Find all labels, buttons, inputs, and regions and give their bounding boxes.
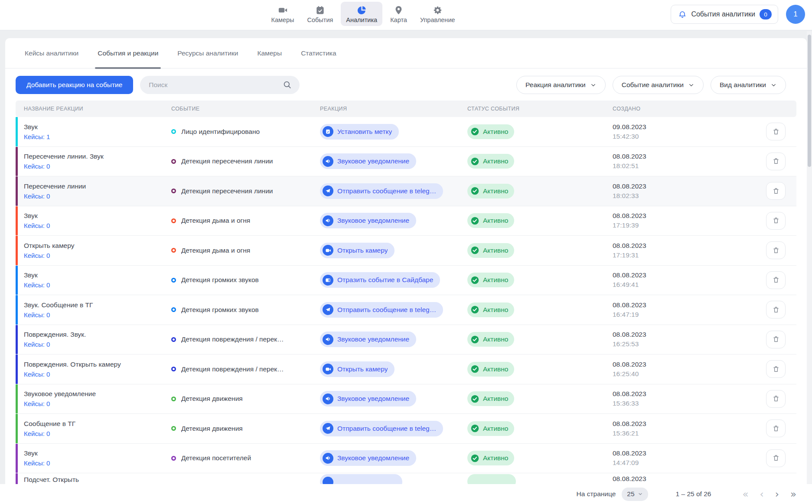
- delete-button[interactable]: [766, 301, 786, 319]
- status-badge: Активно: [467, 154, 514, 169]
- reaction-pill[interactable]: Звуковое уведомление: [320, 153, 416, 169]
- cases-link[interactable]: Кейсы: 0: [24, 163, 50, 170]
- delete-button[interactable]: [766, 182, 786, 200]
- cases-link[interactable]: Кейсы: 0: [24, 192, 50, 200]
- filter-analytics-type-dropdown[interactable]: Вид аналитики: [711, 76, 786, 94]
- column-header-status: СТАТУС СОБЫТИЯ: [467, 106, 613, 112]
- nav-item-events[interactable]: События: [302, 2, 338, 26]
- nav-item-map[interactable]: Карта: [385, 2, 412, 26]
- reaction-pill[interactable]: Установить метку: [320, 124, 399, 140]
- nav-item-management[interactable]: Управление: [415, 2, 460, 26]
- avatar[interactable]: 1: [786, 5, 805, 24]
- tab-analytics-resources[interactable]: Ресурсы аналитики: [177, 38, 238, 68]
- delete-button[interactable]: [766, 212, 786, 230]
- created-date: 08.08.2023: [613, 182, 712, 190]
- column-header-created: СОЗДАНО: [613, 106, 712, 112]
- reaction-pill[interactable]: Звуковое уведомление: [320, 332, 416, 347]
- check-circle-icon: [470, 216, 479, 225]
- tab-statistics[interactable]: Статистика: [301, 38, 336, 68]
- check-circle-icon: [470, 394, 479, 403]
- row-color-bar: [16, 147, 18, 176]
- add-reaction-button[interactable]: Добавить реакцию на событие: [16, 76, 133, 94]
- cases-link[interactable]: Кейсы: 0: [24, 311, 50, 319]
- last-page-button[interactable]: »: [790, 489, 796, 499]
- reaction-name: Пересечение линии: [24, 182, 171, 190]
- reaction-pill[interactable]: Отправить сообщение в teleg…: [320, 302, 443, 318]
- event-type-ring-icon: [171, 159, 176, 164]
- delete-button[interactable]: [766, 241, 786, 259]
- cases-link[interactable]: Кейсы: 0: [24, 252, 50, 259]
- check-circle-icon: [470, 335, 479, 344]
- created-date: 08.08.2023: [613, 212, 712, 220]
- delete-button[interactable]: [766, 271, 786, 289]
- reaction-pill[interactable]: Отправить сообщение в teleg…: [320, 183, 443, 199]
- cases-link[interactable]: Кейсы: 0: [24, 341, 50, 348]
- camera-icon: [323, 364, 333, 374]
- trash-icon: [772, 395, 780, 403]
- cases-link[interactable]: Кейсы: 0: [24, 400, 50, 407]
- pagination-bar: На странице 25 1 – 25 of 26 « ‹ › »: [0, 484, 812, 504]
- cases-link[interactable]: Кейсы: 0: [24, 281, 50, 289]
- reaction-pill[interactable]: Отразить событие в Сайдбаре: [320, 272, 440, 288]
- cases-link[interactable]: Кейсы: 1: [24, 133, 50, 140]
- trash-icon: [772, 247, 780, 254]
- speaker-icon: [323, 215, 333, 226]
- scrollbar-thumb[interactable]: [808, 35, 811, 167]
- previous-page-button[interactable]: ‹: [760, 489, 764, 499]
- nav-item-analytics[interactable]: Аналитика: [341, 2, 382, 26]
- cases-link[interactable]: Кейсы: 0: [24, 459, 50, 467]
- table-row: Звук Кейсы: 1 Лицо идентифицировано Уста…: [16, 117, 796, 147]
- trash-icon: [772, 335, 780, 343]
- reaction-label: Звуковое уведомление: [337, 395, 409, 403]
- table-header: НАЗВАНИЕ РЕАКЦИИ СОБЫТИЕ РЕАКЦИЯ СТАТУС …: [16, 101, 796, 117]
- created-date: 08.08.2023: [613, 301, 712, 309]
- filter-event-dropdown[interactable]: Событие аналитики: [613, 76, 704, 94]
- page-size-dropdown[interactable]: 25: [622, 488, 648, 501]
- reaction-pill[interactable]: Открыть камеру: [320, 361, 395, 377]
- delete-button[interactable]: [766, 419, 786, 437]
- reaction-name: Повреждения. Звук.: [24, 331, 171, 338]
- section-tabs: Кейсы аналитики События и реакции Ресурс…: [5, 38, 807, 68]
- cases-link[interactable]: Кейсы: 0: [24, 371, 50, 378]
- delete-button[interactable]: [766, 153, 786, 170]
- reaction-label: Звуковое уведомление: [337, 335, 409, 343]
- vertical-scrollbar[interactable]: [807, 31, 812, 504]
- delete-button[interactable]: [766, 123, 786, 140]
- row-color-bar: [16, 354, 18, 384]
- delete-button[interactable]: [766, 331, 786, 348]
- row-color-bar: [16, 444, 18, 473]
- trash-icon: [772, 157, 780, 165]
- delete-button[interactable]: [766, 360, 786, 378]
- next-page-button[interactable]: ›: [775, 489, 779, 499]
- filter-reaction-dropdown[interactable]: Реакция аналитики: [516, 76, 606, 94]
- delete-button[interactable]: [766, 390, 786, 408]
- event-name: Детекция громких звуков: [181, 306, 259, 314]
- status-badge: Активно: [467, 362, 514, 377]
- events-count-badge: 0: [760, 9, 772, 20]
- event-name: Детекция дыма и огня: [181, 217, 250, 224]
- tab-analytics-cases[interactable]: Кейсы аналитики: [25, 38, 78, 68]
- tab-events-and-reactions[interactable]: События и реакции: [98, 38, 158, 68]
- row-color-bar: [16, 236, 18, 265]
- created-time: 16:49:41: [613, 281, 712, 289]
- status-badge: Активно: [467, 184, 514, 198]
- analytics-events-button[interactable]: События аналитики 0: [671, 5, 778, 24]
- delete-button[interactable]: [766, 449, 786, 467]
- reaction-pill[interactable]: Звуковое уведомление: [320, 213, 416, 228]
- reaction-pill[interactable]: Отправить сообщение в teleg…: [320, 421, 443, 436]
- event-type-ring-icon: [171, 129, 176, 134]
- tab-cameras[interactable]: Камеры: [257, 38, 282, 68]
- telegram-icon: [323, 304, 333, 315]
- status-label: Активно: [483, 306, 508, 314]
- nav-item-cameras[interactable]: Камеры: [266, 2, 299, 26]
- reaction-pill[interactable]: Открыть камеру: [320, 243, 395, 258]
- cases-link[interactable]: Кейсы: 0: [24, 222, 50, 229]
- pie-chart-icon: [356, 5, 367, 15]
- reaction-pill[interactable]: Звуковое уведомление: [320, 450, 416, 466]
- reaction-pill[interactable]: Звуковое уведомление: [320, 391, 416, 406]
- search-input[interactable]: [140, 76, 300, 94]
- first-page-button[interactable]: «: [742, 489, 748, 499]
- table-row: Повреждения. Открыть камеру Кейсы: 0 Дет…: [16, 354, 796, 384]
- cases-link[interactable]: Кейсы: 0: [24, 430, 50, 437]
- telegram-icon: [323, 423, 333, 434]
